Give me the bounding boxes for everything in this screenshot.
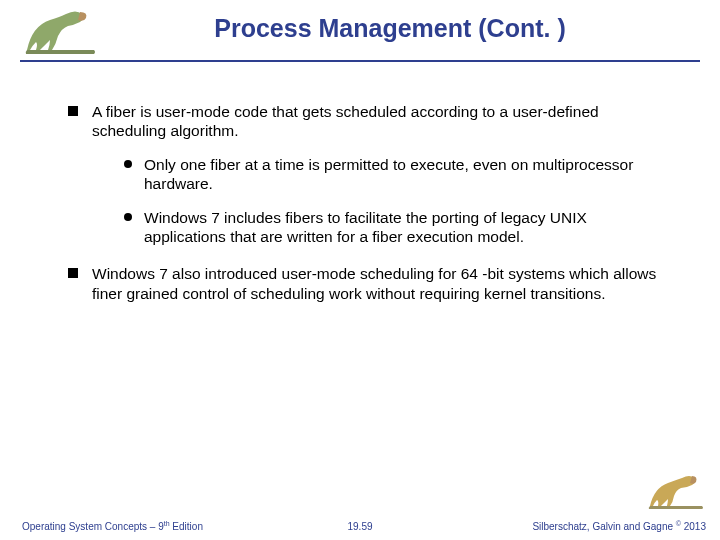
bullet-level1: Windows 7 also introduced user-mode sche… (68, 264, 670, 303)
slide-footer: Operating System Concepts – 9th Edition … (0, 512, 720, 532)
slide-header: Process Management (Cont. ) (0, 0, 720, 62)
dinosaur-header-image (22, 6, 100, 56)
square-bullet-icon (68, 268, 78, 278)
footer-year: 2013 (681, 521, 706, 532)
circle-bullet-icon (124, 160, 132, 168)
slide-title: Process Management (Cont. ) (20, 14, 700, 43)
bullet-1a-text: Only one fiber at a time is permitted to… (144, 155, 670, 194)
bullet-2-text: Windows 7 also introduced user-mode sche… (92, 264, 670, 303)
bullet-1-text: A fiber is user-mode code that gets sche… (92, 103, 599, 139)
bullet-text: A fiber is user-mode code that gets sche… (92, 102, 670, 246)
circle-bullet-icon (124, 213, 132, 221)
square-bullet-icon (68, 106, 78, 116)
header-divider (20, 60, 700, 62)
bullet-level2: Windows 7 includes fibers to facilitate … (124, 208, 670, 247)
bullet-level2: Only one fiber at a time is permitted to… (124, 155, 670, 194)
slide: Process Management (Cont. ) A fiber is u… (0, 0, 720, 540)
dinosaur-footer-image (646, 472, 706, 510)
slide-content: A fiber is user-mode code that gets sche… (0, 62, 720, 303)
bullet-level1: A fiber is user-mode code that gets sche… (68, 102, 670, 246)
footer-authors: Silberschatz, Galvin and Gagne (532, 521, 675, 532)
bullet-1b-text: Windows 7 includes fibers to facilitate … (144, 208, 670, 247)
footer-right: Silberschatz, Galvin and Gagne © 2013 (532, 520, 706, 532)
